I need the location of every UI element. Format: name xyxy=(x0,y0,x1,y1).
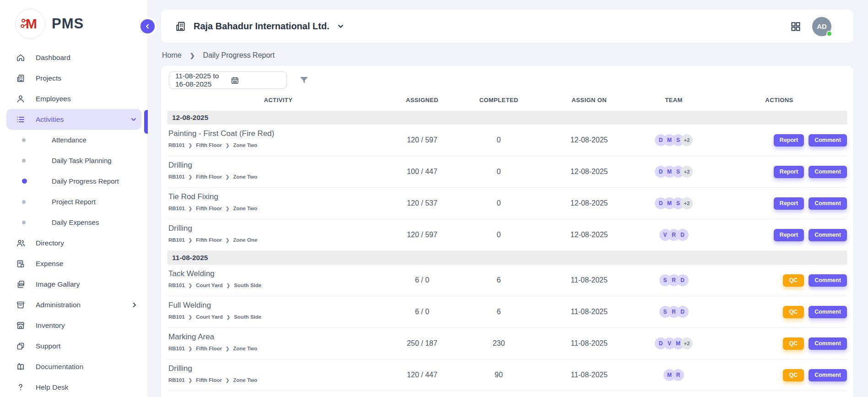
team-extra-badge[interactable]: +2 xyxy=(681,166,693,178)
comment-button[interactable]: Comment xyxy=(809,134,847,147)
activity-title: Drilling xyxy=(168,161,389,170)
team-avatars: VRD xyxy=(636,219,712,250)
activity-path-segment: RB101 xyxy=(168,237,185,243)
table-row: Tack WeldingRB101❯Court Yard❯South Side6… xyxy=(167,265,847,296)
user-avatar[interactable]: AD xyxy=(812,17,831,36)
chevron-right-icon: ❯ xyxy=(226,143,229,148)
activity-path-segment: Fifth Floor xyxy=(196,142,222,148)
sidebar-item-directory[interactable]: Directory xyxy=(0,233,148,253)
activity-cell: DrillingRB101❯Fifth Floor❯Zone Two xyxy=(167,156,389,187)
sidebar-item-dashboard[interactable]: Dashboard xyxy=(0,47,148,68)
actions-cell: QCComment xyxy=(712,265,847,296)
sidebar-subitem-label: Daily Task Planning xyxy=(52,157,112,164)
assign-on-date: 12-08-2025 xyxy=(542,219,636,250)
date-group-header: 11-08-2025 xyxy=(167,251,847,265)
team-extra-badge[interactable]: +2 xyxy=(681,197,693,209)
image-icon xyxy=(16,279,26,289)
sidebar-item-employees[interactable]: Employees xyxy=(0,88,148,109)
activity-path: RB101❯Fifth Floor❯Zone Two xyxy=(168,206,389,211)
person-icon xyxy=(16,94,26,104)
date-group-header: 12-08-2025 xyxy=(167,111,847,125)
comment-button[interactable]: Comment xyxy=(809,369,847,381)
archive-icon xyxy=(16,300,26,310)
chevron-down-icon xyxy=(337,22,345,30)
assigned-value: 120 / 597 xyxy=(389,125,455,156)
report-button[interactable]: Report xyxy=(774,166,804,178)
qc-button[interactable]: QC xyxy=(783,306,804,318)
company-selector[interactable]: Raja Bahadur International Ltd. xyxy=(175,21,345,32)
comment-button[interactable]: Comment xyxy=(809,229,847,241)
sidebar-collapse-button[interactable] xyxy=(140,19,155,33)
report-button[interactable]: Report xyxy=(774,229,804,241)
sidebar-subitem-daily-expenses[interactable]: Daily Expenses xyxy=(0,212,148,233)
comment-button[interactable]: Comment xyxy=(809,197,847,210)
sidebar-subitem-attendance[interactable]: Attendance xyxy=(0,130,148,150)
sidebar-item-help-desk[interactable]: Help Desk xyxy=(0,377,148,397)
sidebar-item-documentation[interactable]: Documentation xyxy=(0,356,148,377)
team-extra-badge[interactable]: +2 xyxy=(681,134,693,146)
report-button[interactable]: Report xyxy=(774,197,804,210)
comment-button[interactable]: Comment xyxy=(809,337,847,350)
date-range-input[interactable]: 11-08-2025 to 16-08-2025 xyxy=(169,71,287,89)
app-logo: M PMS xyxy=(0,0,148,47)
completed-value: 0 xyxy=(455,156,542,187)
sidebar-subitem-label: Daily Expenses xyxy=(52,218,99,226)
chevron-right-icon: ❯ xyxy=(189,346,192,351)
qc-button[interactable]: QC xyxy=(783,369,804,381)
assign-on-date: 12-08-2025 xyxy=(542,188,636,219)
sidebar-item-administration[interactable]: Administration xyxy=(0,294,148,315)
activity-path-segment: South Side xyxy=(234,283,261,288)
activity-path: RB101❯Fifth Floor❯Zone Two xyxy=(168,346,389,351)
breadcrumb-home-link[interactable]: Home xyxy=(162,51,182,60)
completed-value: 230 xyxy=(455,328,542,359)
qc-button[interactable]: QC xyxy=(783,337,804,350)
sidebar-item-activities[interactable]: Activities xyxy=(6,109,141,130)
completed-value: 6 xyxy=(455,296,542,327)
chevron-right-icon: ❯ xyxy=(226,346,229,351)
team-extra-badge[interactable]: +2 xyxy=(681,337,693,349)
team-avatar[interactable]: D xyxy=(677,306,689,318)
completed-value: 6 xyxy=(455,265,542,296)
column-header-team: TEAM xyxy=(636,97,712,103)
calendar-icon xyxy=(231,76,281,85)
sidebar-subitem-daily-progress-report[interactable]: Daily Progress Report xyxy=(0,171,148,191)
column-header-actions: ACTIONS xyxy=(712,97,847,103)
qc-button[interactable]: QC xyxy=(783,274,804,287)
team-avatar[interactable]: D xyxy=(677,229,689,241)
column-header-assigned: ASSIGNED xyxy=(389,97,455,103)
report-button[interactable]: Report xyxy=(774,134,804,147)
sidebar-subitem-project-report[interactable]: Project Report xyxy=(0,191,148,212)
actions-cell: ReportComment xyxy=(712,125,847,156)
assign-on-date: 11-08-2025 xyxy=(542,296,636,327)
column-header-activity: ACTIVITY xyxy=(167,97,389,103)
sidebar-item-support[interactable]: Support xyxy=(0,336,148,356)
comment-button[interactable]: Comment xyxy=(809,306,847,318)
logo-mark-icon: M xyxy=(15,9,45,39)
table-body: 12-08-2025Painting - First Coat (Fire Re… xyxy=(167,111,847,391)
activity-path-segment: Fifth Floor xyxy=(196,237,222,243)
team-avatars: DMS+2 xyxy=(636,156,712,187)
sidebar-item-projects[interactable]: Projects xyxy=(0,68,148,88)
filter-row: 11-08-2025 to 16-08-2025 xyxy=(167,71,847,89)
completed-value: 0 xyxy=(455,219,542,250)
filter-funnel-icon[interactable] xyxy=(299,75,309,85)
assigned-value: 120 / 597 xyxy=(389,219,455,250)
activity-cell: Tie Rod FixingRB101❯Fifth Floor❯Zone Two xyxy=(167,188,389,219)
activity-path-segment: RB101 xyxy=(168,142,185,148)
sidebar-subitem-daily-task-planning[interactable]: Daily Task Planning xyxy=(0,150,148,171)
sidebar-item-expense[interactable]: Expense xyxy=(0,253,148,274)
people-icon xyxy=(16,238,26,248)
table-row: Painting - First Coat (Fire Red)RB101❯Fi… xyxy=(167,125,847,156)
assign-on-date: 11-08-2025 xyxy=(542,359,636,391)
team-avatar[interactable]: D xyxy=(677,274,689,286)
assign-on-date: 12-08-2025 xyxy=(542,156,636,187)
chevron-right-icon: ❯ xyxy=(189,206,192,211)
team-avatar[interactable]: R xyxy=(672,369,684,381)
apps-grid-icon[interactable] xyxy=(790,21,801,32)
sidebar-item-label: Image Gallary xyxy=(36,280,80,288)
comment-button[interactable]: Comment xyxy=(809,274,847,287)
sidebar-item-inventory[interactable]: Inventory xyxy=(0,315,148,336)
activity-title: Drilling xyxy=(168,224,389,233)
sidebar-item-image-gallary[interactable]: Image Gallary xyxy=(0,274,148,294)
comment-button[interactable]: Comment xyxy=(809,166,847,178)
